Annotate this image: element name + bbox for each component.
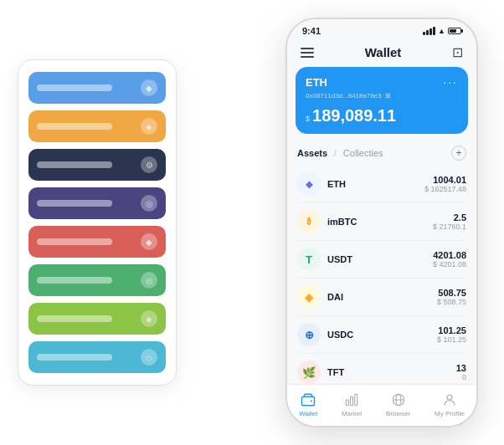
nav-browser-label: Browser — [386, 410, 410, 417]
tab-collecties[interactable]: Collecties — [343, 148, 383, 158]
nav-wallet[interactable]: Wallet — [299, 391, 317, 417]
tft-logo: 🌿 — [297, 361, 321, 384]
add-asset-button[interactable]: + — [451, 146, 466, 161]
usdc-logo: ⊕ — [297, 323, 321, 346]
wifi-icon: ▲ — [438, 27, 445, 35]
token-item-usdt[interactable]: T USDT 4201.08 $ 4201.08 — [297, 241, 466, 279]
svg-rect-0 — [302, 396, 315, 406]
token-amount-imbtc: 2.5 — [433, 212, 466, 222]
token-name-usdt: USDT — [327, 254, 433, 264]
token-amounts-tft: 13 0 — [456, 363, 466, 381]
svg-point-7 — [447, 395, 452, 400]
eth-balance-value: 189,089.11 — [312, 106, 396, 125]
token-item-eth[interactable]: ◆ ETH 1004.01 $ 162517.48 — [297, 166, 466, 203]
token-name-usdc: USDC — [327, 330, 437, 340]
card-item-3[interactable]: ⚙ — [28, 149, 166, 181]
card-item-5[interactable]: ◆ — [28, 226, 166, 258]
scene: ◆ ◈ ⚙ ◎ ◆ ◎ ◈ ◇ — [9, 9, 495, 436]
svg-rect-1 — [346, 400, 348, 406]
nav-market[interactable]: Market — [342, 391, 362, 417]
token-name-eth: ETH — [327, 179, 424, 189]
svg-rect-2 — [351, 396, 353, 406]
copy-icon[interactable]: ⊞ — [385, 92, 391, 100]
imbtc-logo: ₿ — [297, 210, 321, 233]
dai-logo: ◈ — [297, 285, 321, 309]
card-stack: ◆ ◈ ⚙ ◎ ◆ ◎ ◈ ◇ — [18, 59, 177, 386]
eth-address: 0x08711d3d...8418a78e3 ⊞ — [306, 92, 458, 100]
card-item-1[interactable]: ◆ — [28, 72, 166, 104]
token-item-dai[interactable]: ◈ DAI 508.75 $ 508.75 — [297, 279, 466, 316]
token-amounts-imbtc: 2.5 $ 21760.1 — [433, 212, 466, 231]
card-text-bar-4 — [37, 200, 112, 207]
token-name-imbtc: imBTC — [327, 217, 433, 227]
card-icon-6: ◎ — [141, 272, 157, 289]
card-item-2[interactable]: ◈ — [28, 110, 166, 142]
card-item-8[interactable]: ◇ — [28, 341, 166, 373]
token-usd-tft: 0 — [456, 373, 466, 381]
market-nav-icon — [343, 391, 360, 408]
token-amounts-dai: 508.75 $ 508.75 — [437, 288, 466, 306]
assets-header: Assets / Collecties + — [287, 141, 476, 166]
card-icon-3: ⚙ — [141, 156, 157, 173]
token-amount-tft: 13 — [456, 363, 466, 373]
token-item-tft[interactable]: 🌿 TFT 13 0 — [297, 354, 466, 384]
token-amount-dai: 508.75 — [437, 288, 466, 298]
token-name-tft: TFT — [327, 367, 456, 377]
token-usd-usdc: $ 101.25 — [437, 335, 466, 344]
token-amounts-usdt: 4201.08 $ 4201.08 — [433, 250, 466, 269]
hamburger-menu-icon[interactable] — [301, 48, 314, 58]
token-usd-imbtc: $ 21760.1 — [433, 222, 466, 231]
page-title: Wallet — [365, 45, 402, 59]
status-icons: ▲ — [423, 27, 461, 35]
nav-wallet-label: Wallet — [299, 410, 317, 417]
card-icon-1: ◆ — [141, 79, 157, 96]
token-amounts-eth: 1004.01 $ 162517.48 — [424, 175, 466, 193]
token-amounts-usdc: 101.25 $ 101.25 — [437, 325, 466, 344]
card-text-bar-5 — [37, 238, 112, 245]
token-item-usdc[interactable]: ⊕ USDC 101.25 $ 101.25 — [297, 316, 466, 354]
eth-card-header: ETH ··· — [306, 75, 458, 89]
tab-divider: / — [334, 149, 337, 158]
card-icon-7: ◈ — [141, 310, 157, 327]
card-icon-2: ◈ — [141, 118, 157, 135]
card-item-7[interactable]: ◈ — [28, 303, 166, 335]
assets-tabs: Assets / Collecties — [297, 148, 383, 158]
bottom-nav: Wallet Market — [287, 384, 476, 426]
status-time: 9:41 — [302, 26, 321, 36]
eth-card-title: ETH — [306, 76, 327, 89]
nav-market-label: Market — [342, 410, 362, 417]
eth-card-options-icon[interactable]: ··· — [443, 75, 458, 89]
browser-nav-icon — [390, 391, 407, 408]
card-text-bar-2 — [37, 123, 112, 130]
eth-card[interactable]: ETH ··· 0x08711d3d...8418a78e3 ⊞ $ 189,0… — [296, 67, 468, 134]
card-text-bar-8 — [37, 354, 112, 361]
token-list: ◆ ETH 1004.01 $ 162517.48 ₿ imBTC 2.5 $ … — [287, 166, 476, 384]
card-text-bar-7 — [37, 315, 112, 322]
battery-icon — [448, 28, 461, 34]
tab-assets[interactable]: Assets — [297, 148, 327, 158]
token-usd-dai: $ 508.75 — [437, 298, 466, 306]
eth-balance-label: $ — [306, 115, 310, 123]
nav-browser[interactable]: Browser — [386, 391, 410, 417]
card-item-4[interactable]: ◎ — [28, 187, 166, 219]
card-icon-8: ◇ — [141, 349, 157, 366]
svg-rect-3 — [355, 394, 357, 406]
token-usd-usdt: $ 4201.08 — [433, 260, 466, 269]
wallet-nav-icon — [300, 391, 316, 408]
card-text-bar-3 — [37, 161, 112, 168]
eth-logo: ◆ — [297, 172, 321, 196]
token-item-imbtc[interactable]: ₿ imBTC 2.5 $ 21760.1 — [297, 203, 466, 241]
scan-icon[interactable]: ⊡ — [452, 44, 463, 60]
card-icon-5: ◆ — [141, 233, 157, 250]
phone-mockup: 9:41 ▲ Wallet — [285, 18, 478, 427]
card-item-6[interactable]: ◎ — [28, 264, 166, 296]
profile-nav-icon — [441, 391, 458, 408]
nav-profile[interactable]: My Profile — [435, 391, 465, 417]
token-amount-usdt: 4201.08 — [433, 250, 466, 260]
token-amount-usdc: 101.25 — [437, 325, 466, 335]
token-usd-eth: $ 162517.48 — [424, 185, 466, 193]
signal-icon — [423, 27, 435, 35]
token-name-dai: DAI — [327, 292, 437, 302]
phone-nav-bar: Wallet ⊡ — [287, 39, 476, 67]
nav-profile-label: My Profile — [435, 410, 465, 417]
